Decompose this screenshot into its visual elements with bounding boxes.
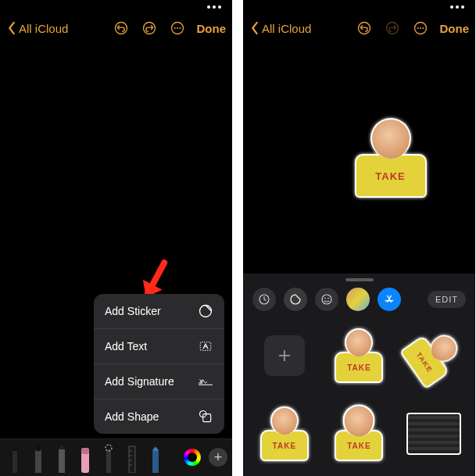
status-bar [0,0,232,14]
svg-point-4 [177,27,178,29]
sticker-icon [289,293,302,306]
color-picker-button[interactable] [184,449,201,466]
menu-item-label: Add Signature [105,375,174,388]
add-sticker-cell[interactable]: + [251,320,318,391]
tool-marker[interactable] [28,442,48,473]
edit-button[interactable]: EDIT [428,291,466,308]
tab-appstore[interactable] [378,288,401,311]
keyboard-sticker [406,413,461,455]
nav-bar: All iCloud Done [243,14,475,42]
nav-bar: All iCloud Done [0,14,232,42]
undo-button[interactable] [113,20,130,37]
signature-icon [198,374,213,389]
svg-rect-11 [59,449,65,473]
svg-rect-7 [203,414,211,422]
more-button[interactable] [169,20,186,37]
redo-icon [385,20,400,36]
redo-icon [141,20,157,36]
sticker-icon [198,303,213,319]
markup-toolbar: + [0,438,232,476]
svg-rect-16 [129,446,135,473]
chevron-left-icon [249,21,260,35]
more-button[interactable] [412,20,429,37]
svg-point-22 [420,27,421,29]
status-indicators [450,5,464,9]
menu-item-add-text[interactable]: Add Text [94,328,224,363]
shape-icon [198,409,213,424]
textbox-icon [198,338,213,354]
sticker-item[interactable]: TAKE [326,320,393,391]
emoji-icon [320,293,333,306]
svg-point-19 [386,23,398,34]
tool-eraser[interactable] [75,442,95,473]
chevron-left-icon [6,21,17,35]
back-label: All iCloud [19,22,68,35]
tool-ruler[interactable] [122,442,142,473]
svg-point-18 [358,23,370,34]
appstore-icon [384,294,395,305]
done-button[interactable]: Done [440,22,470,35]
svg-point-1 [143,23,155,34]
tab-photos[interactable] [346,288,370,311]
status-bar [243,0,475,14]
redo-button [384,20,401,37]
svg-point-27 [327,298,329,299]
phone-right: All iCloud Done TAKE [243,0,475,476]
ellipsis-circle-icon [170,20,185,36]
svg-point-21 [417,27,418,29]
ellipsis-circle-icon [413,20,428,36]
svg-point-5 [179,27,181,29]
placed-sticker[interactable]: TAKE [355,118,427,198]
menu-item-label: Add Text [105,340,147,353]
clock-icon [258,293,270,306]
drawer-tabs: EDIT [243,281,475,317]
tab-recents[interactable] [252,288,276,311]
add-menu-popup: Add Sticker Add Text Add Signature Add S… [94,294,224,434]
tab-stickers[interactable] [284,288,307,311]
svg-point-26 [324,298,326,299]
tool-pen[interactable] [5,442,25,473]
svg-point-0 [115,23,127,34]
add-button[interactable]: + [209,448,227,467]
svg-point-3 [174,27,175,29]
note-canvas[interactable]: TAKE [243,42,475,274]
sticker-item[interactable]: TAKE [400,320,467,391]
tool-lasso[interactable] [98,442,119,473]
undo-button[interactable] [356,20,373,37]
menu-item-add-sticker[interactable]: Add Sticker [94,294,224,328]
menu-item-add-shape[interactable]: Add Shape [94,399,224,434]
svg-rect-17 [152,451,159,473]
menu-item-add-signature[interactable]: Add Signature [94,363,224,399]
tab-emoji[interactable] [315,288,338,311]
tool-pencil[interactable] [52,442,72,473]
undo-icon [113,20,129,36]
svg-rect-13 [81,448,89,454]
back-button[interactable]: All iCloud [6,21,68,35]
sticker-item[interactable]: TAKE [251,399,318,469]
svg-rect-9 [35,449,41,473]
svg-rect-10 [36,445,41,451]
menu-item-label: Add Sticker [105,305,161,317]
done-button[interactable]: Done [197,22,227,35]
svg-point-25 [322,295,331,304]
svg-point-23 [422,27,424,29]
tool-paint[interactable] [145,442,166,473]
undo-icon [356,20,372,36]
status-indicators [207,5,221,9]
svg-rect-14 [106,449,111,473]
back-button[interactable]: All iCloud [249,21,311,35]
menu-item-label: Add Shape [105,410,159,423]
redo-button[interactable] [141,20,158,37]
sticker-item[interactable] [400,399,467,469]
sticker-grid: + TAKE TAKE TAKE [243,317,475,472]
sticker-item[interactable]: TAKE [326,399,393,469]
phone-left: All iCloud Done Add Sticker Add [0,0,232,476]
sticker-drawer: EDIT + TAKE TAKE TAKE [243,274,475,476]
back-label: All iCloud [262,22,311,35]
